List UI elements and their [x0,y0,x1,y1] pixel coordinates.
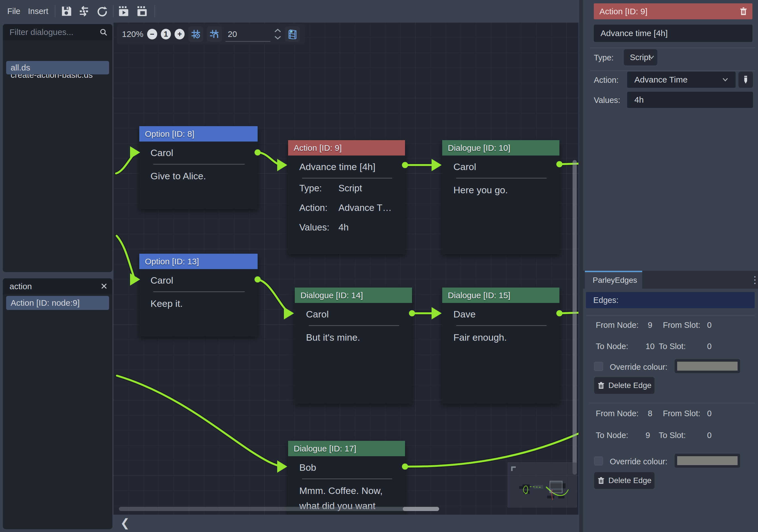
graph-node-dialogue-14[interactable]: Dialogue [ID: 14] Carol But it's mine. [295,288,412,404]
separator [586,315,755,316]
vertical-scrollbar[interactable] [572,160,577,475]
node-text: Fair enough. [442,326,559,345]
node-text: Keep it. [139,292,258,311]
node-title[interactable]: Dialogue [ID: 14] [295,288,412,303]
to-node-value: 9 [645,431,650,440]
chevron-down-icon [722,78,728,82]
override-colour-checkbox[interactable] [594,456,603,465]
clear-search-icon[interactable] [100,282,108,290]
node-title[interactable]: Action [ID: 9] [288,140,405,156]
graph-node-dialogue-17[interactable]: Dialogue [ID: 17] Bob Mmm. Coffee. Now, … [288,441,405,514]
edge[interactable] [117,376,287,473]
graph-minimap[interactable] [508,462,577,507]
menu-insert[interactable]: Insert [28,0,49,22]
search-results-panel: action Action [ID: node:9] [3,278,113,529]
chevron-down-icon [648,55,655,59]
minimap-toggle[interactable] [285,26,300,42]
to-node-label: To Node: [596,342,628,351]
spin-down-icon[interactable] [274,36,281,40]
minimap-corner-icon [512,467,516,471]
dialogues-panel: Filter dialogues... create-action-basic.… [3,24,113,272]
node-title[interactable]: Option [ID: 8] [139,126,258,142]
from-node-label: From Node: [596,321,638,330]
edge[interactable] [255,276,294,319]
from-node-value: 9 [648,321,652,330]
zoom-in-button[interactable]: + [175,29,185,39]
graph-node-option-8[interactable]: Option [ID: 8] Carol Give to Alice. [139,126,258,209]
overflow-menu-icon[interactable]: ⋮ [750,274,758,285]
delete-edge-button[interactable]: Delete Edge [594,472,655,489]
top-toolbar: File Insert [0,0,583,22]
collapse-sidebar-icon[interactable]: ❮ [120,516,130,529]
separator [590,48,755,48]
search-result-item-selected[interactable]: Action [ID: node:9] [6,296,109,310]
graph-node-action-9[interactable]: Action [ID: 9] Advance time [4h] Type:Sc… [288,140,405,254]
snap-to-grid-toggle[interactable] [207,26,222,42]
search-icon [99,28,108,37]
graph-node-dialogue-15[interactable]: Dialogue [ID: 15] Dave Fair enough. [442,288,559,404]
edge[interactable] [116,146,140,173]
horizontal-scrollbar[interactable] [119,507,439,511]
delete-edge-button[interactable]: Delete Edge [594,377,655,394]
minimap-content [508,463,576,507]
values-input[interactable]: 4h [627,92,753,108]
colour-swatch [677,362,738,371]
override-colour-checkbox[interactable] [594,362,603,371]
zoom-out-button[interactable]: − [147,29,157,39]
graph-toolbar: 120% − 1 + 20 [117,24,305,44]
type-dropdown[interactable]: Script [624,49,657,65]
dialogue-file-item-selected[interactable]: all.ds [6,61,109,74]
graph-canvas[interactable]: Option [ID: 8] Carol Give to Alice. Acti… [113,22,578,514]
node-title[interactable]: Option [ID: 13] [139,254,258,269]
edge[interactable] [409,307,442,319]
zoom-reset-button[interactable]: 1 [161,29,171,39]
input-port-icon [277,159,287,171]
node-title[interactable]: Dialogue [ID: 15] [442,288,559,303]
filter-dialogues-input[interactable]: Filter dialogues... [3,24,113,40]
node-title[interactable]: Dialogue [ID: 10] [442,140,559,156]
node-search-input[interactable]: action [3,278,113,294]
override-colour-label: Override colour: [610,457,667,466]
from-node-label: From Node: [596,409,638,418]
horizontal-scrollbar-thumb[interactable] [403,507,439,511]
field-label: Values: [299,218,329,237]
to-slot-value: 0 [707,431,711,440]
input-port-icon [130,146,140,159]
test-dialogue-from-start-icon[interactable] [136,5,148,18]
override-colour-picker[interactable] [675,454,740,468]
from-slot-value: 0 [707,409,711,418]
edge[interactable] [255,149,287,171]
refresh-icon[interactable] [96,5,109,18]
toolbar-separator [113,5,114,18]
snap-distance-input[interactable]: 20 [225,26,270,42]
action-dropdown[interactable]: Advance Time [627,72,736,88]
override-colour-picker[interactable] [675,359,740,373]
edit-action-button[interactable] [739,72,753,88]
edges-section-header[interactable]: Edges: [586,292,755,308]
graph-node-option-13[interactable]: Option [ID: 13] Carol Keep it. [139,254,258,337]
tab-parleyedges[interactable]: ParleyEdges [585,271,642,289]
delete-node-icon[interactable] [739,7,748,16]
from-slot-value: 0 [707,321,711,330]
show-grid-toggle[interactable] [188,26,203,42]
edge[interactable] [117,236,140,286]
test-dialogue-icon[interactable] [118,5,130,18]
input-port-icon [284,307,294,319]
from-slot-label: From Slot: [663,321,700,330]
filter-placeholder: Filter dialogues... [10,27,73,37]
to-slot-label: To Slot: [659,342,686,351]
node-speaker: Carol [139,142,258,164]
graph-node-dialogue-10[interactable]: Dialogue [ID: 10] Carol Here you go. [442,140,559,254]
node-title[interactable]: Dialogue [ID: 17] [288,441,405,456]
save-icon[interactable] [60,5,73,18]
edge[interactable] [402,159,442,171]
menu-file[interactable]: File [7,0,20,22]
import-translations-icon[interactable] [78,5,90,18]
node-speaker: Carol [139,269,258,292]
node-name-input[interactable]: Advance time [4h] [594,25,752,42]
node-divider [309,325,399,326]
to-slot-label: To Slot: [659,431,686,440]
minimap-viewport[interactable] [550,481,562,493]
spin-up-icon[interactable] [274,28,281,33]
zoom-level-label: 120% [122,29,144,39]
